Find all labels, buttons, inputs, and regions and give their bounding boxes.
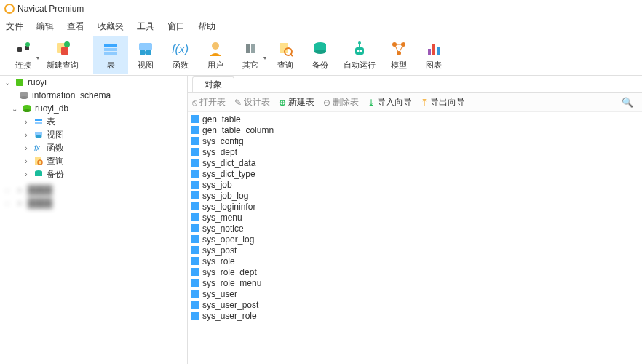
tables-icon [33,116,44,127]
tree-queries[interactable]: ›查询 [0,154,187,167]
svg-rect-7 [104,48,117,51]
table-row[interactable]: sys_role [188,256,642,266]
svg-rect-52 [35,172,42,176]
table-name: sys_logininfor [202,202,255,212]
minus-icon: ⊖ [323,98,330,108]
tree-database[interactable]: ⌄ ruoyi_db [0,102,187,115]
toolbar-model-button[interactable]: 模型 [381,36,416,74]
table-row[interactable]: sys_role_dept [188,266,642,277]
svg-point-23 [357,50,360,52]
svg-point-24 [360,50,362,52]
menu-item[interactable]: 查看 [67,20,84,33]
chevron-right-icon[interactable]: › [22,131,31,139]
chevron-down-icon[interactable]: ⌄ [10,105,19,113]
table-name: sys_job_log [202,191,248,201]
toolbar-label: 连接 [15,60,31,71]
toolbar-function-button[interactable]: f(x)函数 [163,36,198,74]
svg-point-2 [25,42,30,47]
svg-point-42 [23,109,31,112]
toolbar-connect-button[interactable]: 连接▾ [6,36,41,74]
toolbar-automation-button[interactable]: 自动运行 [338,36,381,74]
tree-label: ruoyi_db [35,103,68,114]
table-row[interactable]: gen_table_column [188,124,642,135]
table-name: sys_config [202,136,244,146]
table-name: sys_role [202,256,235,266]
svg-text:f(x): f(x) [172,43,189,55]
svg-point-13 [212,42,219,50]
tree-backups[interactable]: ›备份 [0,167,187,181]
app-title: Navicat Premium [17,4,84,14]
table-row[interactable]: sys_user [188,288,642,299]
toolbar-table-button[interactable]: 表 [93,36,128,74]
export-wizard-action[interactable]: ⤒导出向导 [421,96,465,108]
plus-icon: ⊕ [279,98,286,108]
table-row[interactable]: sys_menu [188,212,642,223]
tree-item: ›▪████ [0,197,187,210]
menu-item[interactable]: 工具 [137,20,154,33]
chevron-right-icon[interactable]: › [22,144,31,152]
delete-table-action[interactable]: ⊖删除表 [323,96,359,108]
title-bar: Navicat Premium [0,0,642,17]
import-wizard-action[interactable]: ⤓导入向导 [368,96,412,108]
menu-item[interactable]: 窗口 [167,20,185,33]
table-icon [191,115,199,123]
table-row[interactable]: gen_table [188,114,642,124]
tree-connection[interactable]: ⌄ ruoyi [0,76,187,89]
table-row[interactable]: sys_post [188,245,642,256]
table-name: sys_user_post [202,300,258,310]
table-row[interactable]: sys_logininfor [188,201,642,212]
tree-functions[interactable]: ›fx函数 [0,141,187,154]
toolbar-newquery-button[interactable]: 新建查询 [41,36,84,74]
design-table-action[interactable]: ✎设计表 [234,96,270,108]
queries-icon [33,156,44,166]
menu-item[interactable]: 帮助 [198,20,215,33]
menu-item[interactable]: 编辑 [36,20,54,33]
table-name: sys_notice [202,223,244,234]
table-row[interactable]: sys_dict_data [188,157,642,168]
model-icon [389,39,408,58]
svg-rect-22 [355,47,364,55]
svg-rect-8 [104,52,117,55]
tree-schema[interactable]: information_schema [0,89,187,102]
other-icon [241,39,260,58]
toolbar-view-button[interactable]: 视图 [128,36,163,74]
svg-point-39 [20,96,28,99]
tree-tables[interactable]: ›表 [0,115,187,128]
table-row[interactable]: sys_job [188,179,642,190]
table-row[interactable]: sys_dept [188,146,642,157]
table-row[interactable]: sys_notice [188,223,642,234]
toolbar-chart-button[interactable]: 图表 [416,36,451,74]
table-row[interactable]: sys_user_role [188,310,642,321]
table-row[interactable]: sys_dict_type [188,168,642,179]
table-row[interactable]: sys_oper_log [188,234,642,245]
table-row[interactable]: sys_config [188,135,642,146]
svg-rect-15 [251,44,255,53]
user-icon [206,39,225,58]
tree-views[interactable]: ›视图 [0,128,187,141]
toolbar-user-button[interactable]: 用户 [198,36,233,74]
tree-label: information_schema [32,90,111,100]
search-icon[interactable]: 🔍 [622,97,638,108]
new-table-action[interactable]: ⊕新建表 [279,96,314,108]
table-row[interactable]: sys_user_post [188,299,642,310]
chevron-right-icon[interactable]: › [22,157,31,165]
table-icon [191,290,199,298]
toolbar-query-button[interactable]: 查询 [268,36,303,74]
chevron-down-icon[interactable]: ⌄ [3,79,12,87]
svg-rect-9 [139,43,152,50]
menu-item[interactable]: 文件 [6,20,23,33]
chevron-right-icon[interactable]: › [22,170,31,178]
table-icon [191,126,199,134]
svg-rect-34 [432,44,435,55]
open-table-action[interactable]: ⎋打开表 [192,96,226,108]
svg-text:fx: fx [34,144,41,152]
chevron-right-icon[interactable]: › [22,118,31,126]
table-row[interactable]: sys_role_menu [188,277,642,288]
menu-item[interactable]: 收藏夹 [98,20,124,33]
toolbar-backup-button[interactable]: 备份 [303,36,338,74]
toolbar-label: 备份 [312,60,328,71]
toolbar-label: 新建查询 [47,60,79,71]
tab-objects[interactable]: 对象 [192,76,234,92]
table-row[interactable]: sys_job_log [188,190,642,201]
toolbar-other-button[interactable]: 其它▾ [233,36,268,74]
